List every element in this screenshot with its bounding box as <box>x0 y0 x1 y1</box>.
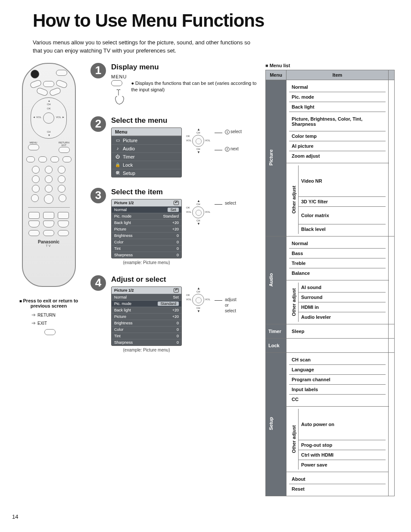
remote-illustration: ▲ CH OK ◄ VOL VOL ► CH ▼ MENU RETURNEXIT <box>22 63 76 287</box>
picture-menu-panel: Picture 1/2↶NormalSetPic. modeStandardBa… <box>111 199 182 258</box>
nav-indicator: ▲ CH OK VOL VOL CH ▼ <box>186 128 210 154</box>
menu-list-table: Menu Item Picture NormalPic. modeBack li… <box>265 70 395 496</box>
menu-label: MENU <box>111 74 127 79</box>
nav-indicator: ▲ CH OK VOL VOL CH ▼ <box>186 286 210 313</box>
nav-indicator: ▲ CH OK VOL VOL CH ▼ <box>186 199 210 226</box>
step-number: 1 <box>90 63 106 78</box>
step-3: 3 Select the item Picture 1/2↶NormalSetP… <box>90 188 258 265</box>
step-2: 2 Select the menu Menu ▭Picture♪Audio⏻Ti… <box>90 116 258 177</box>
exit-lines: ➔RETURN ➔EXIT <box>31 311 66 335</box>
page-title: How to Use Menu Functions <box>33 10 399 31</box>
picture-menu-panel: Picture 1/2↶NormalSetPic. modeStandardBa… <box>111 286 182 346</box>
menu-button-icon <box>111 80 122 86</box>
step-head: Display menu <box>111 63 258 72</box>
main-menu-panel: Menu ▭Picture♪Audio⏻Timer🔒Lock🛠Setup <box>111 128 182 177</box>
intro-text: Various menus allow you to select settin… <box>33 39 252 55</box>
step-4: 4 Adjust or select Picture 1/2↶NormalSet… <box>90 275 258 352</box>
hand-icon <box>111 88 126 106</box>
menu-list-heading: Menu list <box>265 63 395 68</box>
step-1: 1 Display menu MENU ● Displays the funct… <box>90 63 258 106</box>
exit-note: Press to exit or return to previous scre… <box>12 298 85 308</box>
page-number: 14 <box>12 513 399 520</box>
